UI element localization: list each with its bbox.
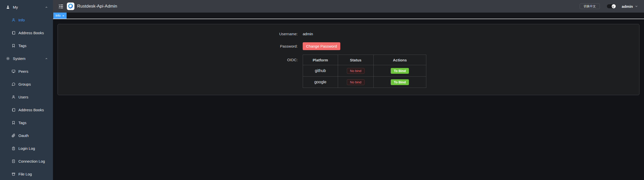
sidebar-item-tags-system[interactable]: Tags xyxy=(0,116,53,129)
main-content: Username: admin Password: Change Passwor… xyxy=(53,20,644,180)
tab-label: Info xyxy=(55,14,61,17)
language-switch-button[interactable]: 切换中文 xyxy=(580,4,600,9)
document-icon xyxy=(12,159,15,163)
chevron-down-icon[interactable] xyxy=(635,5,638,8)
column-header-actions: Actions xyxy=(374,55,426,65)
username-value: admin xyxy=(303,32,313,36)
sidebar-section-label: System xyxy=(13,56,25,61)
password-label: Password: xyxy=(260,44,298,48)
to-bind-button-google[interactable]: To Bind xyxy=(391,79,409,85)
sidebar-item-address-books[interactable]: Address Books xyxy=(0,26,53,39)
sidebar-section-system[interactable]: System xyxy=(0,52,53,65)
sidebar-item-peers[interactable]: Peers xyxy=(0,65,53,78)
user-icon xyxy=(12,18,15,22)
column-header-status: Status xyxy=(338,55,374,65)
sidebar-item-label: Login Log xyxy=(18,146,35,151)
notebook-icon xyxy=(12,108,15,112)
sidebar-item-login-log[interactable]: Login Log xyxy=(0,142,53,155)
oidc-label: OIDC: xyxy=(260,55,298,65)
notebook-icon xyxy=(12,31,15,35)
user-info-form: Username: admin Password: Change Passwor… xyxy=(58,24,639,88)
sidebar-item-file-log[interactable]: File Log xyxy=(0,168,53,180)
chevron-up-icon xyxy=(45,57,48,60)
username-row: Username: admin xyxy=(260,30,639,37)
monitor-icon xyxy=(12,69,15,73)
sidebar-item-label: Tags xyxy=(18,121,26,125)
app-root: My Info Address Books Tags System Peers … xyxy=(0,0,644,180)
platform-cell: github xyxy=(303,65,338,77)
sidebar-item-users[interactable]: Users xyxy=(0,91,53,103)
info-card: Username: admin Password: Change Passwor… xyxy=(58,24,639,95)
sidebar-item-label: Address Books xyxy=(18,31,44,35)
oidc-row: OIDC: Platform Status Actions xyxy=(260,55,639,88)
user-icon xyxy=(6,5,10,9)
password-row: Password: Change Password xyxy=(260,42,639,50)
topbar-right: 切换中文 admin xyxy=(580,4,638,9)
actions-cell: To Bind xyxy=(374,65,426,77)
sidebar-section-label: My xyxy=(13,5,18,9)
sidebar-item-label: Peers xyxy=(18,69,28,74)
user-icon xyxy=(12,95,15,99)
clipboard-icon xyxy=(12,147,15,150)
actions-cell: To Bind xyxy=(374,77,426,88)
sidebar-item-label: Info xyxy=(18,18,25,22)
oidc-table: Platform Status Actions github No bind xyxy=(303,55,426,88)
chat-icon xyxy=(12,82,15,86)
change-password-button[interactable]: Change Password xyxy=(303,42,340,50)
sidebar-item-groups[interactable]: Groups xyxy=(0,78,53,91)
sidebar-item-label: Connection Log xyxy=(18,159,45,163)
sidebar-item-label: Address Books xyxy=(18,108,44,112)
app-title: Rustdesk-Api-Admin xyxy=(77,4,117,9)
sidebar-fold-icon[interactable] xyxy=(58,4,64,9)
table-row-github: github No bind To Bind xyxy=(303,65,426,77)
sidebar-item-tags[interactable]: Tags xyxy=(0,39,53,52)
tag-view-bar: Info × xyxy=(53,13,644,19)
sidebar: My Info Address Books Tags System Peers … xyxy=(0,0,53,180)
bookmark-icon xyxy=(12,121,15,125)
column-header-platform: Platform xyxy=(303,55,338,65)
to-bind-button-github[interactable]: To Bind xyxy=(391,68,409,74)
status-cell: No bind xyxy=(338,77,374,88)
username-label: Username: xyxy=(260,32,298,36)
sidebar-item-label: Groups xyxy=(18,82,31,86)
chevron-up-icon xyxy=(45,6,48,9)
oidc-table-header-row: Platform Status Actions xyxy=(303,55,426,65)
app-logo xyxy=(67,3,74,10)
status-badge: No bind xyxy=(347,79,365,85)
sidebar-item-label: Oauth xyxy=(18,133,29,138)
toggle-knob xyxy=(612,4,616,8)
sidebar-item-label: Tags xyxy=(18,44,26,48)
bookmark-icon xyxy=(12,44,15,48)
rustdesk-logo-icon xyxy=(68,3,74,9)
topbar: Rustdesk-Api-Admin 切换中文 admin xyxy=(53,0,644,13)
status-cell: No bind xyxy=(338,65,374,77)
table-row-google: google No bind To Bind xyxy=(303,77,426,88)
tab-info[interactable]: Info × xyxy=(53,13,67,19)
sidebar-item-connection-log[interactable]: Connection Log xyxy=(0,155,53,168)
gear-icon xyxy=(6,57,10,60)
dark-mode-toggle[interactable] xyxy=(607,4,616,9)
moon-icon xyxy=(612,5,615,8)
paperclip-icon xyxy=(12,134,15,137)
sidebar-section-my[interactable]: My xyxy=(0,1,53,14)
sidebar-item-oauth[interactable]: Oauth xyxy=(0,129,53,142)
sidebar-item-label: Users xyxy=(18,95,28,99)
status-badge: No bind xyxy=(347,68,365,74)
platform-cell: google xyxy=(303,77,338,88)
sidebar-item-info[interactable]: Info xyxy=(0,14,53,26)
close-icon[interactable]: × xyxy=(62,14,64,17)
sidebar-item-label: File Log xyxy=(18,172,32,176)
box-icon xyxy=(12,172,15,176)
user-menu[interactable]: admin xyxy=(622,4,633,9)
sidebar-item-address-books-system[interactable]: Address Books xyxy=(0,103,53,116)
